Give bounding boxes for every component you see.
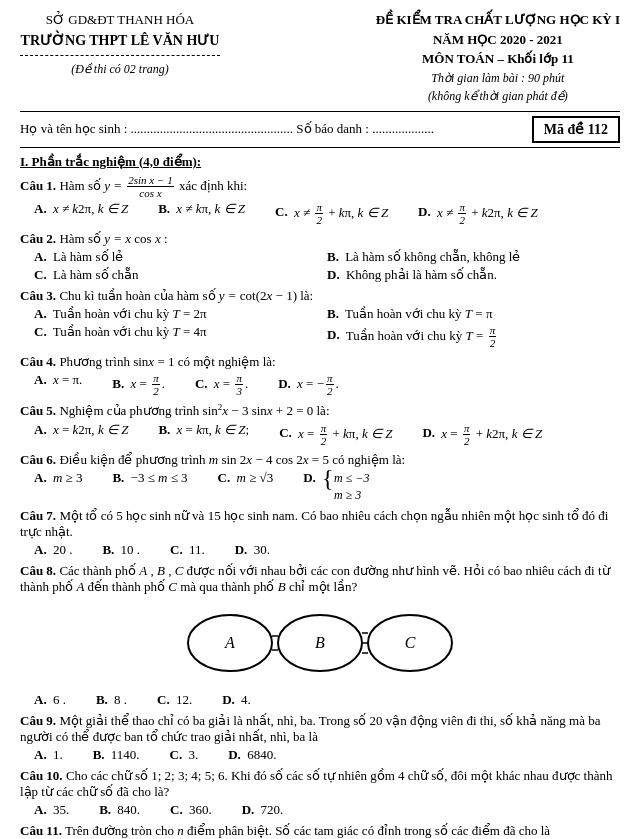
q10-ans-d: D. 720. — [242, 802, 284, 818]
q8-ans-c: C. 12. — [157, 692, 192, 708]
question-3: Câu 3. Chu kì tuần hoàn của hàm số y = c… — [20, 288, 620, 349]
q8-text: Câu 8. Các thành phố A , B , C được nối … — [20, 563, 620, 595]
q3-ans-d: D. Tuần hoàn với chu kỳ T = π2 — [327, 324, 620, 349]
q6-ans-b: B. −3 ≤ m ≤ 3 — [112, 470, 187, 504]
q2-ans-b: B. Là hàm số không chẵn, không lẻ — [327, 249, 620, 265]
question-1: Câu 1. Hàm số y = 2sin x − 1cos x xác đị… — [20, 174, 620, 226]
q4-ans-d: D. x = −π2. — [278, 372, 339, 397]
q10-answers: A. 35. B. 840. C. 360. D. 720. — [34, 802, 620, 818]
ma-de-box: Mã đề 112 — [532, 116, 620, 143]
q4-text: Câu 4. Phương trình sinx = 1 có một nghi… — [20, 354, 620, 370]
exam-title: ĐỀ KIỂM TRA CHẤT LƯỢNG HỌC KỲ I — [376, 10, 620, 30]
svg-text:A: A — [224, 634, 235, 651]
q10-text: Câu 10. Cho các chữ số 1; 2; 3; 4; 5; 6.… — [20, 768, 620, 800]
q6-answers: A. m ≥ 3 B. −3 ≤ m ≤ 3 C. m ≥ √3 D. m ≤ … — [34, 470, 620, 504]
q7-answers: A. 20 . B. 10 . C. 11. D. 30. — [34, 542, 620, 558]
subject-grade: MÔN TOÁN – Khối lớp 11 — [376, 49, 620, 69]
question-11: Câu 11. Trên đường tròn cho n điểm phân … — [20, 823, 620, 839]
q3-ans-a: A. Tuần hoàn với chu kỳ T = 2π — [34, 306, 327, 322]
q3-text: Câu 3. Chu kì tuần hoàn của hàm số y = c… — [20, 288, 620, 304]
q1-ans-d: D. x ≠ π2 + k2π, k ∈ Z — [418, 201, 538, 226]
question-5: Câu 5. Nghiệm của phương trình sin2x − 3… — [20, 402, 620, 447]
header-right: ĐỀ KIỂM TRA CHẤT LƯỢNG HỌC KỲ I NĂM HỌC … — [376, 10, 620, 105]
q5-text: Câu 5. Nghiệm của phương trình sin2x − 3… — [20, 402, 620, 419]
q7-ans-a: A. 20 . — [34, 542, 72, 558]
question-10: Câu 10. Cho các chữ số 1; 2; 3; 4; 5; 6.… — [20, 768, 620, 818]
q3-ans-c: C. Tuần hoàn với chu kỳ T = 4π — [34, 324, 327, 349]
q2-ans-c: C. Là hàm số chẵn — [34, 267, 327, 283]
q10-ans-b: B. 840. — [99, 802, 140, 818]
q2-answers: A. Là hàm số lẻ B. Là hàm số không chẵn,… — [34, 249, 620, 283]
q2-ans-d: D. Không phải là hàm số chẵn. — [327, 267, 620, 283]
q5-ans-d: D. x = π2 + k2π, k ∈ Z — [422, 422, 542, 447]
question-6: Câu 6. Điều kiện để phương trình m sin 2… — [20, 452, 620, 504]
q11-text: Câu 11. Trên đường tròn cho n điểm phân … — [20, 823, 620, 839]
question-8: Câu 8. Các thành phố A , B , C được nối … — [20, 563, 620, 708]
q6-ans-c: C. m ≥ √3 — [218, 470, 274, 504]
student-info-row: Họ và tên học sinh : ...................… — [20, 111, 620, 148]
trang-note: (Đề thi có 02 trang) — [20, 60, 220, 78]
q2-ans-a: A. Là hàm số lẻ — [34, 249, 327, 265]
q6-ans-a: A. m ≥ 3 — [34, 470, 82, 504]
school-year: NĂM HỌC 2020 - 2021 — [376, 30, 620, 50]
q8-ans-a: A. 6 . — [34, 692, 66, 708]
q4-ans-a: A. x = π. — [34, 372, 82, 397]
q5-answers: A. x = k2π, k ∈ Z B. x = kπ, k ∈ Z; C. x… — [34, 422, 620, 447]
svg-text:B: B — [315, 634, 325, 651]
student-info-text: Họ và tên học sinh : ...................… — [20, 121, 522, 137]
q7-text: Câu 7. Một tổ có 5 học sinh nữ và 15 học… — [20, 508, 620, 540]
q3-ans-b: B. Tuần hoàn với chu kỳ T = π — [327, 306, 620, 322]
q4-ans-b: B. x = π2. — [112, 372, 165, 397]
q2-text: Câu 2. Hàm số y = x cos x : — [20, 231, 620, 247]
q8-ans-d: D. 4. — [222, 692, 251, 708]
q5-ans-b: B. x = kπ, k ∈ Z; — [158, 422, 249, 447]
question-4: Câu 4. Phương trình sinx = 1 có một nghi… — [20, 354, 620, 397]
q1-ans-b: B. x ≠ kπ, k ∈ Z — [158, 201, 245, 226]
header-left: SỞ GD&ĐT THANH HÓA TRƯỜNG THPT LÊ VĂN HƯ… — [20, 10, 220, 78]
q10-ans-a: A. 35. — [34, 802, 69, 818]
q10-ans-c: C. 360. — [170, 802, 212, 818]
q1-answers: A. x ≠ k2π, k ∈ Z B. x ≠ kπ, k ∈ Z C. x … — [34, 201, 620, 226]
question-9: Câu 9. Một giải thể thao chỉ có ba giải … — [20, 713, 620, 763]
q3-answers: A. Tuần hoàn với chu kỳ T = 2π B. Tuần h… — [34, 306, 620, 349]
question-2: Câu 2. Hàm số y = x cos x : A. Là hàm số… — [20, 231, 620, 283]
q6-text: Câu 6. Điều kiện để phương trình m sin 2… — [20, 452, 620, 468]
q9-text: Câu 9. Một giải thể thao chỉ có ba giải … — [20, 713, 620, 745]
q5-ans-a: A. x = k2π, k ∈ Z — [34, 422, 128, 447]
q9-ans-a: A. 1. — [34, 747, 63, 763]
q8-answers: A. 6 . B. 8 . C. 12. D. 4. — [34, 692, 620, 708]
q8-ans-b: B. 8 . — [96, 692, 127, 708]
question-7: Câu 7. Một tổ có 5 học sinh nữ và 15 học… — [20, 508, 620, 558]
graph-svg: A B C — [170, 601, 470, 686]
q4-ans-c: C. x = π3. — [195, 372, 248, 397]
time-note: (không kể thời gian phát đề) — [376, 87, 620, 105]
q1-text: Câu 1. Hàm số y = 2sin x − 1cos x xác đị… — [20, 174, 620, 199]
q9-ans-d: D. 6840. — [228, 747, 276, 763]
q1-ans-a: A. x ≠ k2π, k ∈ Z — [34, 201, 128, 226]
q5-ans-c: C. x = π2 + kπ, k ∈ Z — [279, 422, 392, 447]
q7-ans-c: C. 11. — [170, 542, 205, 558]
graph-diagram: A B C — [20, 601, 620, 686]
q1-ans-c: C. x ≠ π2 + kπ, k ∈ Z — [275, 201, 388, 226]
header: SỞ GD&ĐT THANH HÓA TRƯỜNG THPT LÊ VĂN HƯ… — [20, 10, 620, 105]
school-name: TRƯỜNG THPT LÊ VĂN HƯU — [20, 30, 220, 51]
q9-ans-c: C. 3. — [170, 747, 199, 763]
time-label: Thời gian làm bài : 90 phút — [376, 69, 620, 87]
q4-answers: A. x = π. B. x = π2. C. x = π3. D. x = −… — [34, 372, 620, 397]
svg-text:C: C — [405, 634, 416, 651]
department-label: SỞ GD&ĐT THANH HÓA — [20, 10, 220, 30]
q7-ans-d: D. 30. — [235, 542, 270, 558]
q9-answers: A. 1. B. 1140. C. 3. D. 6840. — [34, 747, 620, 763]
q9-ans-b: B. 1140. — [93, 747, 140, 763]
q6-ans-d: D. m ≤ −3 m ≥ 3 — [303, 470, 369, 504]
q7-ans-b: B. 10 . — [102, 542, 140, 558]
section1-title: I. Phần trắc nghiệm (4,0 điểm): — [20, 154, 620, 170]
